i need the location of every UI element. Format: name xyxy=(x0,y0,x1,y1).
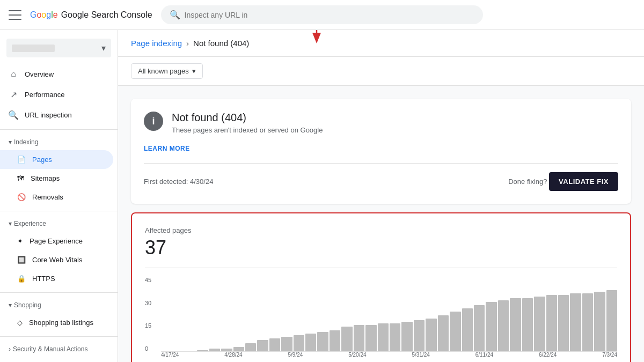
sidebar-item-label: HTTPS xyxy=(32,275,55,283)
sidebar-item-sitemaps[interactable]: 🗺 Sitemaps xyxy=(0,169,113,188)
info-card: i Not found (404) These pages aren't ind… xyxy=(131,99,631,204)
sidebar-item-label: Removals xyxy=(32,193,63,201)
filter-button[interactable]: All known pages ▾ xyxy=(131,63,203,79)
chart-x-labels: 4/17/244/28/245/9/245/20/245/31/246/11/2… xyxy=(161,352,617,362)
sidebar-item-url-inspection[interactable]: 🔍 URL inspection xyxy=(0,105,113,125)
topbar: Google Google Search Console 🔍 xyxy=(0,0,644,30)
x-label: 4/28/24 xyxy=(224,352,242,362)
breadcrumb-bar: Page indexing › Not found (404) xyxy=(118,30,644,57)
chart-bar xyxy=(294,335,304,352)
section-label: Shopping xyxy=(14,301,41,309)
sidebar-item-shopping-tab[interactable]: ◇ Shopping tab listings xyxy=(0,313,113,332)
chart-bar xyxy=(534,297,545,352)
validate-fix-button[interactable]: VALIDATE FIX xyxy=(549,172,618,191)
done-fixing-label: Done fixing? xyxy=(508,178,547,186)
sidebar-item-label: Pages xyxy=(32,156,52,164)
search-bar[interactable]: 🔍 xyxy=(161,5,483,24)
removals-icon: 🚫 xyxy=(17,193,26,201)
section-label: Indexing xyxy=(14,138,38,146)
sidebar-item-label: Performance xyxy=(25,91,64,99)
x-label: 5/20/24 xyxy=(348,352,366,362)
sidebar-section-experience[interactable]: ▾ Experience xyxy=(0,216,118,232)
chart-bar xyxy=(414,320,425,352)
https-icon: 🔒 xyxy=(17,275,26,283)
svg-marker-1 xyxy=(312,33,321,43)
sidebar-item-pages[interactable]: 📄 Pages xyxy=(0,150,113,169)
chevron-down-icon: ▾ xyxy=(101,43,106,53)
chart-bar xyxy=(510,298,521,352)
chart-bar xyxy=(570,293,581,352)
bars-wrapper xyxy=(161,277,617,352)
x-label: 4/17/24 xyxy=(161,352,179,362)
chart-bar xyxy=(365,325,376,352)
filter-label: All known pages xyxy=(138,67,189,75)
chart-bar xyxy=(546,295,557,352)
sidebar-section-legacy[interactable]: › Legacy tools and reports xyxy=(0,357,118,362)
chevron-icon: › xyxy=(9,345,11,353)
property-selector[interactable]: ▾ xyxy=(6,39,111,57)
search-input[interactable] xyxy=(185,11,474,19)
sidebar-item-overview[interactable]: ⌂ Overview xyxy=(0,64,113,84)
chart-bar xyxy=(305,334,316,352)
search-icon: 🔍 xyxy=(170,10,180,20)
search-icon: 🔍 xyxy=(9,110,18,120)
learn-more-link[interactable]: LEARN MORE xyxy=(144,143,190,154)
pages-icon: 📄 xyxy=(17,156,26,164)
shopping-icon: ◇ xyxy=(17,319,23,327)
chart-area: 45 30 15 0 4/17/244/28/245/9/245/20/245/… xyxy=(145,277,617,362)
sidebar-section-shopping[interactable]: ▾ Shopping xyxy=(0,297,118,313)
sitemaps-icon: 🗺 xyxy=(17,174,24,182)
chart-bar xyxy=(486,302,496,352)
chart-bar xyxy=(558,295,569,352)
done-fixing: Done fixing? VALIDATE FIX xyxy=(508,172,618,191)
y-label: 45 xyxy=(145,277,158,283)
chart-bar xyxy=(462,308,473,352)
nav-divider xyxy=(0,336,118,337)
breadcrumb-current: Not found (404) xyxy=(193,39,249,48)
nav-divider xyxy=(0,211,118,211)
sidebar-item-core-web-vitals[interactable]: 🔲 Core Web Vitals xyxy=(0,250,113,269)
nav-divider xyxy=(0,292,118,293)
x-label: 7/3/24 xyxy=(602,352,617,362)
page-experience-icon: ✦ xyxy=(17,237,23,245)
info-icon: i xyxy=(144,112,163,131)
chart-bar xyxy=(269,338,280,352)
home-icon: ⌂ xyxy=(9,69,18,79)
chart-bar xyxy=(354,325,364,352)
property-selector-text xyxy=(12,45,55,52)
sidebar-section-security[interactable]: › Security & Manual Actions xyxy=(0,341,118,357)
first-detected: First detected: 4/30/24 xyxy=(144,178,213,186)
sidebar: ▾ ⌂ Overview ↗ Performance 🔍 URL inspect… xyxy=(0,30,118,362)
dropdown-icon: ▾ xyxy=(192,67,196,75)
sidebar-item-label: Sitemaps xyxy=(31,174,60,182)
content-area: i Not found (404) These pages aren't ind… xyxy=(118,86,644,362)
chevron-icon: ▾ xyxy=(9,138,12,146)
first-detected-value: 4/30/24 xyxy=(190,178,213,186)
chart-divider xyxy=(145,268,617,268)
chart-label: Affected pages xyxy=(145,226,617,234)
app-logo: Google Google Search Console xyxy=(30,10,152,20)
breadcrumb-parent[interactable]: Page indexing xyxy=(131,39,182,48)
info-card-subtitle: These pages aren't indexed or served on … xyxy=(172,126,323,134)
menu-icon[interactable] xyxy=(9,10,21,20)
sidebar-item-label: Overview xyxy=(25,70,54,78)
sidebar-item-removals[interactable]: 🚫 Removals xyxy=(0,188,113,206)
sidebar-section-indexing[interactable]: ▾ Indexing xyxy=(0,134,118,150)
y-label: 30 xyxy=(145,300,158,306)
chart-bar xyxy=(341,327,352,352)
sidebar-item-label: URL inspection xyxy=(25,111,72,119)
chart-bar xyxy=(245,343,256,352)
chart-bar xyxy=(401,322,412,352)
chart-bar xyxy=(594,292,605,352)
section-label: Experience xyxy=(14,220,46,227)
sidebar-item-page-experience[interactable]: ✦ Page Experience xyxy=(0,232,113,250)
chart-bar xyxy=(378,323,389,352)
layout: ▾ ⌂ Overview ↗ Performance 🔍 URL inspect… xyxy=(0,30,644,362)
sidebar-item-https[interactable]: 🔒 HTTPS xyxy=(0,269,113,288)
chart-bar xyxy=(606,290,617,352)
info-card-header: i Not found (404) These pages aren't ind… xyxy=(144,112,618,134)
chart-count: 37 xyxy=(145,237,617,259)
chart-bar xyxy=(522,298,533,352)
sidebar-item-performance[interactable]: ↗ Performance xyxy=(0,84,113,105)
chart-bar xyxy=(474,305,485,352)
